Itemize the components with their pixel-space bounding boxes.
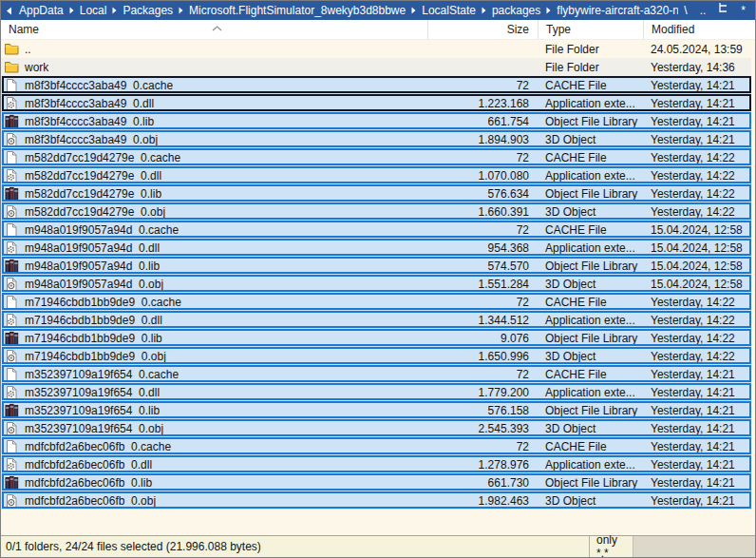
file-modified: Yesterday, 14:21 bbox=[643, 494, 751, 508]
file-name: m352397109a19f654_0.obj bbox=[25, 422, 163, 435]
lib-icon bbox=[4, 331, 19, 346]
file-row[interactable]: m8f3bf4cccc3aba49_0.dll1.223.168Applicat… bbox=[1, 94, 751, 112]
file-size: 954.368 bbox=[427, 241, 538, 255]
breadcrumb-separator-icon[interactable] bbox=[481, 7, 487, 14]
file-type: Object File Library bbox=[538, 476, 643, 490]
file-name-cell: m352397109a19f654_0.dll bbox=[1, 385, 427, 400]
file-modified: Yesterday, 14:21 bbox=[643, 458, 751, 471]
breadcrumb-segment[interactable]: flybywire-aircraft-a320-neo bbox=[552, 4, 678, 17]
file-row[interactable]: m948a019f9057a94d_0.cache72CACHE File15.… bbox=[1, 221, 751, 239]
file-modified: 15.04.2024, 12:58 bbox=[643, 278, 751, 291]
dir-tree-icon[interactable] bbox=[718, 1, 728, 20]
file-name-cell: m352397109a19f654_0.obj bbox=[1, 421, 427, 436]
file-row[interactable]: m352397109a19f654_0.obj2.545.3933D Objec… bbox=[1, 419, 751, 437]
obj-icon bbox=[4, 132, 19, 147]
file-name: m948a019f9057a94d_0.obj bbox=[25, 278, 163, 291]
file-name: m352397109a19f654_0.cache bbox=[25, 368, 179, 381]
file-name: mdfcbfd2a6bec06fb_0.dll bbox=[25, 458, 152, 471]
file-row[interactable]: m71946cbdb1bb9de9_0.dll1.344.512Applicat… bbox=[1, 311, 751, 329]
breadcrumb-separator-icon[interactable] bbox=[68, 7, 75, 14]
file-name-cell: m582dd7cc19d4279e_0.lib bbox=[1, 186, 427, 202]
file-name: mdfcbfd2a6bec06fb_0.cache bbox=[25, 440, 171, 453]
file-modified: Yesterday, 14:21 bbox=[643, 404, 751, 417]
file-row[interactable]: m8f3bf4cccc3aba49_0.lib661.754Object Fil… bbox=[1, 112, 751, 130]
file-modified: Yesterday, 14:21 bbox=[643, 368, 751, 381]
file-size: 1.278.976 bbox=[427, 458, 538, 471]
document-icon bbox=[4, 295, 19, 310]
chevron-left-icon[interactable] bbox=[1, 7, 14, 15]
file-type: 3D Object bbox=[538, 133, 643, 146]
file-size: 574.570 bbox=[427, 260, 538, 273]
folder-icon bbox=[4, 60, 19, 75]
breadcrumb-segment[interactable]: AppData bbox=[14, 4, 68, 17]
breadcrumb-segment[interactable]: Microsoft.FlightSimulator_8wekyb3d8bbwe bbox=[184, 4, 410, 17]
parent-dir-button[interactable]: .. bbox=[700, 1, 707, 20]
file-size: 1.894.903 bbox=[427, 133, 538, 146]
file-name-cell: m948a019f9057a94d_0.obj bbox=[1, 277, 427, 292]
dll-icon bbox=[4, 385, 19, 400]
breadcrumb-bar: AppDataLocalPackagesMicrosoft.FlightSimu… bbox=[1, 1, 755, 20]
breadcrumb-separator-icon[interactable] bbox=[410, 7, 417, 14]
file-modified: Yesterday, 14:36 bbox=[643, 61, 751, 74]
file-row[interactable]: mdfcbfd2a6bec06fb_0.cache72CACHE FileYes… bbox=[1, 437, 751, 455]
breadcrumb-separator-icon[interactable] bbox=[545, 7, 552, 14]
file-row[interactable]: mdfcbfd2a6bec06fb_0.lib661.730Object Fil… bbox=[1, 473, 751, 491]
file-row[interactable]: m8f3bf4cccc3aba49_0.cache72CACHE FileYes… bbox=[1, 76, 751, 94]
file-name-cell: m582dd7cc19d4279e_0.obj bbox=[1, 204, 427, 220]
file-row[interactable]: mdfcbfd2a6bec06fb_0.obj1.982.4633D Objec… bbox=[1, 491, 751, 510]
file-row[interactable]: m582dd7cc19d4279e_0.obj1.660.3913D Objec… bbox=[1, 202, 751, 221]
file-size: 1.070.080 bbox=[427, 169, 538, 183]
file-name: .. bbox=[25, 43, 31, 56]
document-icon bbox=[4, 150, 19, 165]
file-modified: Yesterday, 14:21 bbox=[643, 115, 751, 128]
file-modified: Yesterday, 14:21 bbox=[643, 386, 751, 399]
column-header-modified[interactable]: Modified bbox=[643, 20, 751, 39]
file-row[interactable]: mdfcbfd2a6bec06fb_0.dll1.278.976Applicat… bbox=[1, 455, 751, 473]
file-type: CACHE File bbox=[538, 296, 643, 309]
file-row[interactable]: m352397109a19f654_0.lib576.158Object Fil… bbox=[1, 401, 751, 419]
favorites-button[interactable]: * bbox=[741, 1, 746, 20]
file-name-cell: m948a019f9057a94d_0.cache bbox=[1, 222, 427, 238]
file-row[interactable]: workFile FolderYesterday, 14:36 bbox=[1, 58, 751, 76]
file-modified: Yesterday, 14:21 bbox=[643, 476, 751, 490]
file-size: 1.650.996 bbox=[427, 350, 538, 363]
file-row[interactable]: m948a019f9057a94d_0.lib574.570Object Fil… bbox=[1, 257, 751, 275]
file-row[interactable]: m582dd7cc19d4279e_0.cache72CACHE FileYes… bbox=[1, 148, 751, 166]
breadcrumb-separator-icon[interactable] bbox=[178, 7, 184, 14]
root-dir-button[interactable]: \ bbox=[684, 1, 687, 20]
file-type: Object File Library bbox=[538, 187, 643, 201]
file-name-cell: m8f3bf4cccc3aba49_0.obj bbox=[1, 132, 427, 147]
file-row[interactable]: ..File Folder24.05.2024, 13:59 bbox=[1, 40, 751, 58]
file-row[interactable]: m948a019f9057a94d_0.dll954.368Applicatio… bbox=[1, 239, 751, 257]
file-row[interactable]: m71946cbdb1bb9de9_0.cache72CACHE FileYes… bbox=[1, 293, 751, 311]
breadcrumb-segment[interactable]: Packages bbox=[118, 4, 178, 17]
file-type: CACHE File bbox=[538, 79, 643, 92]
file-modified: Yesterday, 14:22 bbox=[643, 187, 751, 201]
file-row[interactable]: m8f3bf4cccc3aba49_0.obj1.894.9033D Objec… bbox=[1, 130, 751, 148]
dll-icon bbox=[4, 96, 19, 111]
dll-icon bbox=[4, 168, 19, 183]
column-header-type[interactable]: Type bbox=[538, 20, 643, 39]
file-modified: Yesterday, 14:21 bbox=[643, 97, 751, 110]
file-name-cell: .. bbox=[1, 42, 427, 57]
file-row[interactable]: m71946cbdb1bb9de9_0.obj1.650.9963D Objec… bbox=[1, 347, 751, 365]
file-name-cell: m948a019f9057a94d_0.dll bbox=[1, 241, 427, 256]
file-row[interactable]: m352397109a19f654_0.cache72CACHE FileYes… bbox=[1, 365, 751, 383]
file-row[interactable]: m352397109a19f654_0.dll1.779.200Applicat… bbox=[1, 383, 751, 401]
document-icon bbox=[4, 367, 19, 382]
column-header-size[interactable]: Size bbox=[427, 20, 538, 39]
breadcrumb-separator-icon[interactable] bbox=[111, 7, 118, 14]
obj-icon bbox=[4, 349, 19, 364]
file-modified: Yesterday, 14:22 bbox=[643, 205, 751, 219]
breadcrumb-segment[interactable]: packages bbox=[487, 4, 545, 17]
breadcrumb-segment[interactable]: Local bbox=[75, 4, 112, 17]
file-row[interactable]: m71946cbdb1bb9de9_0.lib9.076Object File … bbox=[1, 329, 751, 347]
file-type: 3D Object bbox=[538, 422, 643, 435]
file-name: m948a019f9057a94d_0.cache bbox=[25, 223, 179, 237]
file-row[interactable]: m582dd7cc19d4279e_0.lib576.634Object Fil… bbox=[1, 184, 751, 202]
file-row[interactable]: m582dd7cc19d4279e_0.dll1.070.080Applicat… bbox=[1, 166, 751, 184]
file-name-cell: m71946cbdb1bb9de9_0.cache bbox=[1, 295, 427, 310]
filter-label[interactable]: only *.* bbox=[590, 536, 633, 557]
breadcrumb-segment[interactable]: LocalState bbox=[417, 4, 481, 17]
file-row[interactable]: m948a019f9057a94d_0.obj1.551.2843D Objec… bbox=[1, 275, 751, 293]
